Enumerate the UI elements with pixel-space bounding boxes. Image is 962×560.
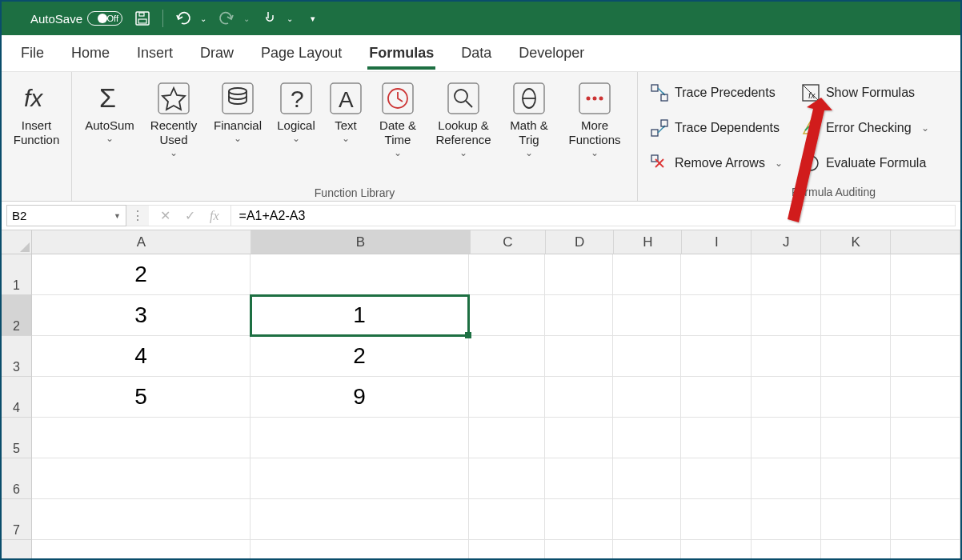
cell-J4[interactable] (752, 377, 821, 418)
cell-7[interactable] (891, 499, 960, 540)
cell-H1[interactable] (613, 254, 681, 295)
cell-B6[interactable] (251, 458, 469, 499)
cell-D1[interactable] (545, 254, 613, 295)
date-time-button[interactable]: Date &Time⌄ (370, 75, 426, 184)
spreadsheet-grid[interactable]: ABCDHIJK 12345678 2314259 (2, 230, 960, 560)
cell-J5[interactable] (752, 418, 821, 458)
cell-H2[interactable] (613, 295, 681, 336)
undo-dropdown[interactable]: ⌄ (200, 14, 206, 23)
cell-D4[interactable] (545, 377, 613, 418)
cell-K6[interactable] (821, 458, 891, 499)
tab-formulas[interactable]: Formulas (367, 38, 435, 68)
cell-1[interactable] (891, 254, 960, 295)
cell-I8[interactable] (681, 540, 751, 560)
cell-D5[interactable] (545, 418, 613, 458)
cell-A1[interactable]: 2 (32, 254, 251, 295)
col-header-extra[interactable] (891, 230, 960, 254)
cell-A3[interactable]: 4 (32, 336, 251, 377)
cell-H6[interactable] (613, 458, 681, 499)
row-header-2[interactable]: 2 (2, 295, 32, 336)
row-header-1[interactable]: 1 (2, 254, 32, 295)
row-header-7[interactable]: 7 (2, 499, 32, 540)
tab-page-layout[interactable]: Page Layout (259, 38, 343, 68)
show-formulas-button[interactable]: fxShow Formulas (802, 78, 929, 107)
toggle-switch[interactable]: Off (87, 11, 122, 26)
cell-5[interactable] (891, 418, 960, 458)
cell-A5[interactable] (32, 418, 251, 458)
cell-H4[interactable] (613, 377, 681, 418)
cell-B1[interactable] (251, 254, 469, 295)
cell-C7[interactable] (469, 499, 545, 540)
cell-C8[interactable] (469, 540, 545, 560)
cell-2[interactable] (891, 295, 960, 336)
cells-area[interactable]: 2314259 (32, 254, 960, 560)
cell-I6[interactable] (681, 458, 751, 499)
trace-dependents-button[interactable]: Trace Dependents (651, 114, 783, 142)
cell-J1[interactable] (752, 254, 821, 295)
undo-icon[interactable] (174, 10, 192, 27)
cell-C3[interactable] (469, 336, 545, 377)
formula-input[interactable]: =A1+A2-A3 (230, 205, 956, 226)
cell-K5[interactable] (821, 418, 891, 458)
cell-D2[interactable] (545, 295, 613, 336)
tab-insert[interactable]: Insert (135, 38, 174, 68)
autosave-toggle[interactable]: AutoSave Off (30, 11, 122, 26)
trace-precedents-button[interactable]: Trace Precedents (651, 78, 783, 107)
cell-B4[interactable]: 9 (251, 377, 469, 418)
cell-C6[interactable] (469, 458, 545, 499)
cell-K1[interactable] (821, 254, 891, 295)
cancel-icon[interactable]: ✕ (160, 208, 170, 223)
evaluate-formula-button[interactable]: fxEvaluate Formula (802, 149, 929, 178)
cell-A4[interactable]: 5 (32, 377, 251, 418)
text-button[interactable]: AText⌄ (323, 75, 368, 184)
math-trig-button[interactable]: Math &Trig⌄ (501, 75, 557, 184)
cell-C2[interactable] (469, 295, 545, 336)
cell-D3[interactable] (545, 336, 613, 377)
cell-6[interactable] (891, 458, 960, 499)
cell-B5[interactable] (251, 418, 469, 458)
col-header-D[interactable]: D (546, 230, 614, 254)
select-all-corner[interactable] (2, 230, 32, 254)
touch-mode-icon[interactable] (261, 10, 279, 27)
cell-3[interactable] (891, 336, 960, 377)
cell-I1[interactable] (681, 254, 751, 295)
row-header-5[interactable]: 5 (2, 418, 32, 458)
tab-file[interactable]: File (19, 38, 46, 68)
cell-I4[interactable] (681, 377, 751, 418)
save-icon[interactable] (134, 10, 151, 27)
cell-A8[interactable] (32, 540, 251, 560)
cell-D7[interactable] (545, 499, 613, 540)
cell-D8[interactable] (545, 540, 613, 560)
cell-K8[interactable] (821, 540, 891, 560)
cell-C1[interactable] (469, 254, 545, 295)
remove-arrows-button[interactable]: Remove Arrows⌄ (651, 149, 783, 178)
customize-qat-icon[interactable]: ▾ (304, 10, 322, 27)
cell-B3[interactable]: 2 (251, 336, 469, 377)
insert-function-button[interactable]: fx Insert Function (8, 75, 65, 184)
cell-A6[interactable] (32, 458, 251, 499)
col-header-A[interactable]: A (32, 230, 251, 254)
cell-A2[interactable]: 3 (32, 295, 251, 336)
col-header-I[interactable]: I (682, 230, 752, 254)
cell-K4[interactable] (821, 377, 891, 418)
cell-H8[interactable] (613, 540, 681, 560)
more-functions-button[interactable]: MoreFunctions⌄ (559, 75, 631, 184)
row-header-4[interactable]: 4 (2, 377, 32, 418)
cell-J3[interactable] (752, 336, 821, 377)
tab-home[interactable]: Home (70, 38, 111, 68)
name-box[interactable]: B2 ▼ (6, 205, 126, 226)
cell-D6[interactable] (545, 458, 613, 499)
row-header-6[interactable]: 6 (2, 458, 32, 499)
cell-A7[interactable] (32, 499, 251, 540)
tab-data[interactable]: Data (459, 38, 493, 68)
cell-I5[interactable] (681, 418, 751, 458)
cell-C4[interactable] (469, 377, 545, 418)
cell-8[interactable] (891, 540, 960, 560)
tab-draw[interactable]: Draw (198, 38, 235, 68)
cell-B2[interactable]: 1 (251, 295, 469, 336)
cell-K3[interactable] (821, 336, 891, 377)
cell-J8[interactable] (752, 540, 821, 560)
cell-B8[interactable] (251, 540, 469, 560)
autosum-button[interactable]: ΣAutoSum⌄ (78, 75, 141, 184)
financial-button[interactable]: Financial⌄ (206, 75, 269, 184)
